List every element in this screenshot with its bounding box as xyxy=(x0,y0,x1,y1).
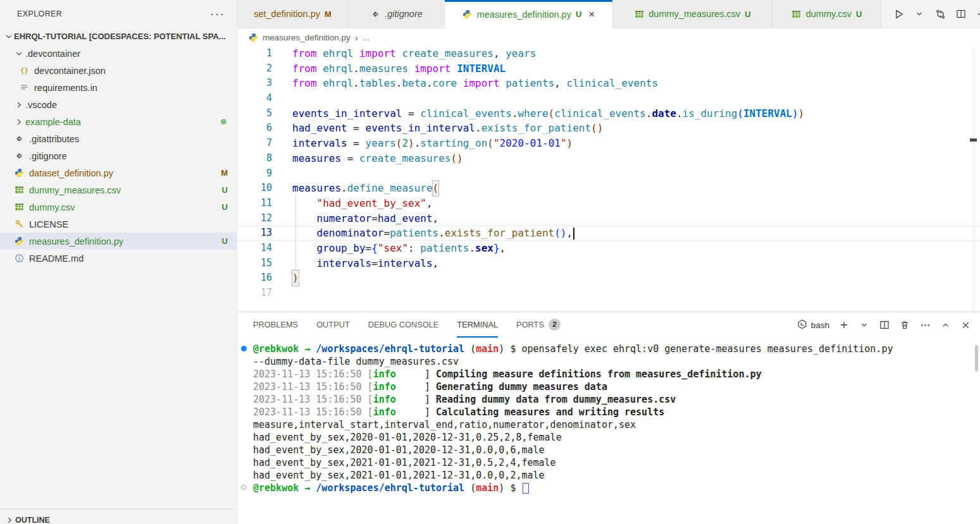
run-button[interactable] xyxy=(893,8,904,20)
tree-item-license[interactable]: LICENSE xyxy=(0,216,237,233)
tree-item-vscode[interactable]: .vscode xyxy=(0,96,237,113)
tree-item-dummy-csv[interactable]: dummy.csvU xyxy=(0,198,237,216)
launch-profile-dropdown[interactable] xyxy=(859,319,870,331)
tree-item-label: .vscode xyxy=(25,100,57,110)
terminal-line: had_event_by_sex,2021-01-01,2021-12-31,0… xyxy=(253,456,980,469)
panel-tab-debug-console[interactable]: DEBUG CONSOLE xyxy=(368,312,439,338)
tab-label: dummy.csv xyxy=(806,9,852,19)
csv-icon xyxy=(14,202,25,212)
chevron-right-icon xyxy=(14,100,24,110)
command-executed-icon[interactable] xyxy=(241,346,247,351)
terminal-more-actions[interactable] xyxy=(919,319,931,331)
tree-item-devcontainer-json[interactable]: {}devcontainer.json xyxy=(0,62,237,79)
breadcrumb-symbol[interactable]: ... xyxy=(363,33,369,42)
tree-item-dataset-definition-py[interactable]: dataset_definition.pyM xyxy=(0,164,237,181)
outline-title: OUTLINE xyxy=(15,516,50,524)
close-panel-button[interactable] xyxy=(960,319,971,331)
tree-item-example-data[interactable]: example-data xyxy=(0,113,237,130)
tab-dummy-csv[interactable]: dummy.csvU xyxy=(772,0,881,28)
tab-gitignore[interactable]: .gitignore xyxy=(349,0,445,28)
git-icon xyxy=(370,9,380,19)
git-status-badge: U xyxy=(222,202,228,212)
tree-item-gitattributes[interactable]: .gitattributes xyxy=(0,130,237,147)
tab-label: measures_definition.py xyxy=(477,9,571,20)
line-number: 1 xyxy=(237,46,272,61)
explorer-more-icon[interactable]: ··· xyxy=(210,11,225,17)
terminal-line: had_event_by_sex,2020-01-01,2020-12-31,0… xyxy=(253,431,980,444)
command-prompt-icon[interactable] xyxy=(241,485,246,490)
tree-item-label: devcontainer.json xyxy=(34,66,106,76)
terminal-line: measure,interval_start,interval_end,rati… xyxy=(253,418,980,431)
tree-item-gitignore[interactable]: .gitignore xyxy=(0,147,237,164)
list-icon xyxy=(19,83,30,93)
split-terminal-button[interactable] xyxy=(879,319,890,331)
csv-icon xyxy=(791,9,802,19)
tree-item-measures-definition-py[interactable]: measures_definition.pyU xyxy=(0,233,237,250)
explorer-header: EXPLORER ··· xyxy=(0,0,237,28)
line-number: 8 xyxy=(237,151,272,166)
terminal-line: 2023-11-13 15:16:50 [info ] Generating d… xyxy=(253,381,980,393)
key-icon xyxy=(14,219,25,229)
tree-item-label: LICENSE xyxy=(29,219,68,229)
csv-icon xyxy=(14,185,25,195)
panel-tab-terminal[interactable]: TERMINAL xyxy=(457,312,498,338)
panel-tab-ports[interactable]: PORTS2 xyxy=(516,312,561,338)
explorer-title: EXPLORER xyxy=(17,9,62,18)
kill-terminal-button[interactable] xyxy=(899,319,910,331)
explorer-sidebar: EXPLORER ··· EHRQL-TUTORIAL [CODESPACES:… xyxy=(0,0,237,524)
git-status-badge: U xyxy=(576,9,581,19)
terminal[interactable]: @rebkwok → /workspaces/ehrql-tutorial (m… xyxy=(237,338,980,524)
terminal-line: 2023-11-13 15:16:50 [info ] Reading dumm… xyxy=(253,393,980,406)
split-editor-button[interactable] xyxy=(955,8,967,20)
git-status-badge: M xyxy=(221,168,228,178)
info-icon xyxy=(14,253,25,264)
line-number: 9 xyxy=(237,166,272,181)
git-status-badge: M xyxy=(325,9,332,19)
chevron-down-icon xyxy=(4,32,14,42)
terminal-profile[interactable]: bash xyxy=(797,319,829,331)
terminal-line: --dummy-data-file dummy_measures.csv xyxy=(253,355,980,368)
panel-header: PROBLEMSOUTPUTDEBUG CONSOLETERMINALPORTS… xyxy=(237,312,980,338)
maximize-panel-button[interactable] xyxy=(940,319,951,331)
outline-section[interactable]: OUTLINE xyxy=(0,509,237,524)
panel-tab-output[interactable]: OUTPUT xyxy=(316,312,350,338)
code-line-7: 7intervals = years(2).starting_on("2020-… xyxy=(237,136,980,151)
tab-measures-definition-py[interactable]: measures_definition.pyU× xyxy=(445,0,613,28)
tree-root-folder[interactable]: EHRQL-TUTORIAL [CODESPACES: POTENTIAL SP… xyxy=(0,28,237,45)
run-dropdown[interactable] xyxy=(914,8,925,20)
terminal-line: @rebkwok → /workspaces/ehrql-tutorial (m… xyxy=(253,343,980,355)
git-untracked-dot-icon xyxy=(221,119,226,125)
tree-item-label: example-data xyxy=(25,117,81,127)
tree-item-devcontainer[interactable]: .devcontainer xyxy=(0,45,237,62)
close-tab-icon[interactable]: × xyxy=(588,9,595,20)
tree-item-readme-md[interactable]: README.md xyxy=(0,250,237,267)
open-changes-button[interactable] xyxy=(934,8,946,20)
code-line-10: 10measures.define_measure( xyxy=(237,181,980,196)
line-number: 11 xyxy=(237,196,272,211)
overview-ruler[interactable] xyxy=(973,47,974,312)
tab-label: dummy_measures.csv xyxy=(648,9,740,19)
terminal-line: had_event_by_sex,2021-01-01,2021-12-31,0… xyxy=(253,469,980,482)
tab-label: set_definition.py xyxy=(254,9,320,19)
vscode-window: EXPLORER ··· EHRQL-TUTORIAL [CODESPACES:… xyxy=(0,0,980,524)
code-line-2: 2from ehrql.measures import INTERVAL xyxy=(237,61,980,76)
root-folder-label: EHRQL-TUTORIAL [CODESPACES: POTENTIAL SP… xyxy=(14,32,226,41)
tree-item-requirements-in[interactable]: requirements.in xyxy=(0,79,237,96)
python-icon xyxy=(462,9,473,20)
code-line-16: 16) xyxy=(237,271,980,286)
tab-dummy-measures-csv[interactable]: dummy_measures.csvU xyxy=(613,0,772,28)
editor-group: set_definition.pyM.gitignoremeasures_def… xyxy=(237,0,980,524)
breadcrumb-file[interactable]: measures_definition.py xyxy=(263,33,350,42)
editor-more-actions[interactable] xyxy=(976,8,980,20)
tree-item-label: dataset_definition.py xyxy=(29,168,113,178)
new-terminal-button[interactable] xyxy=(838,319,850,331)
line-number: 6 xyxy=(237,121,272,136)
panel-tab-problems[interactable]: PROBLEMS xyxy=(253,312,298,338)
tab-set-definition-py[interactable]: set_definition.pyM xyxy=(237,0,349,28)
breadcrumb[interactable]: measures_definition.py › ... xyxy=(237,28,980,46)
code-editor[interactable]: 1from ehrql import create_measures, year… xyxy=(237,46,980,312)
code-line-8: 8measures = create_measures() xyxy=(237,151,980,166)
python-icon xyxy=(248,32,258,42)
tree-item-dummy-measures-csv[interactable]: dummy_measures.csvU xyxy=(0,181,237,198)
tree-item-label: README.md xyxy=(29,253,84,264)
